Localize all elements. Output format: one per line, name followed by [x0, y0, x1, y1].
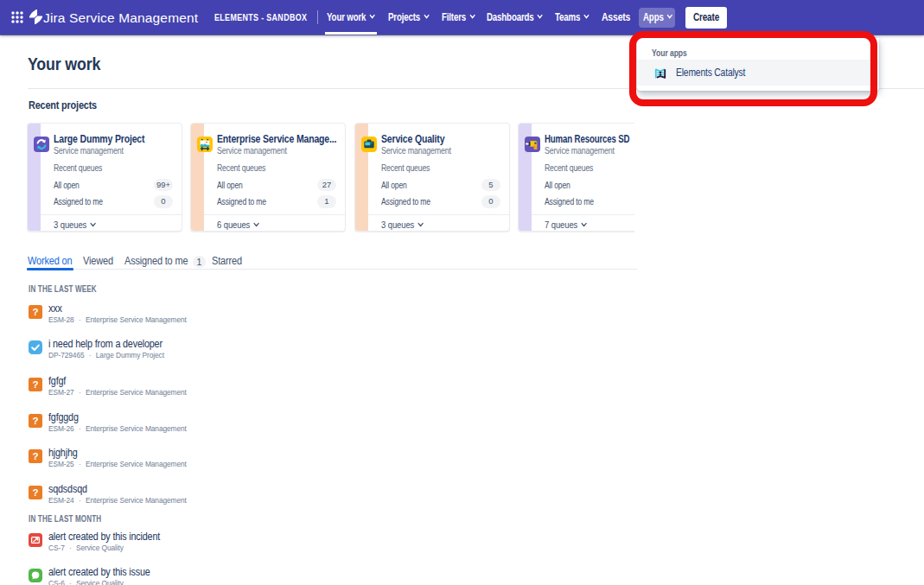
- svg-text:?: ?: [32, 307, 38, 317]
- svg-text:?: ?: [32, 379, 38, 390]
- svg-text:?: ?: [32, 451, 38, 461]
- svg-text:?: ?: [32, 416, 38, 426]
- svg-text:?: ?: [32, 487, 38, 498]
